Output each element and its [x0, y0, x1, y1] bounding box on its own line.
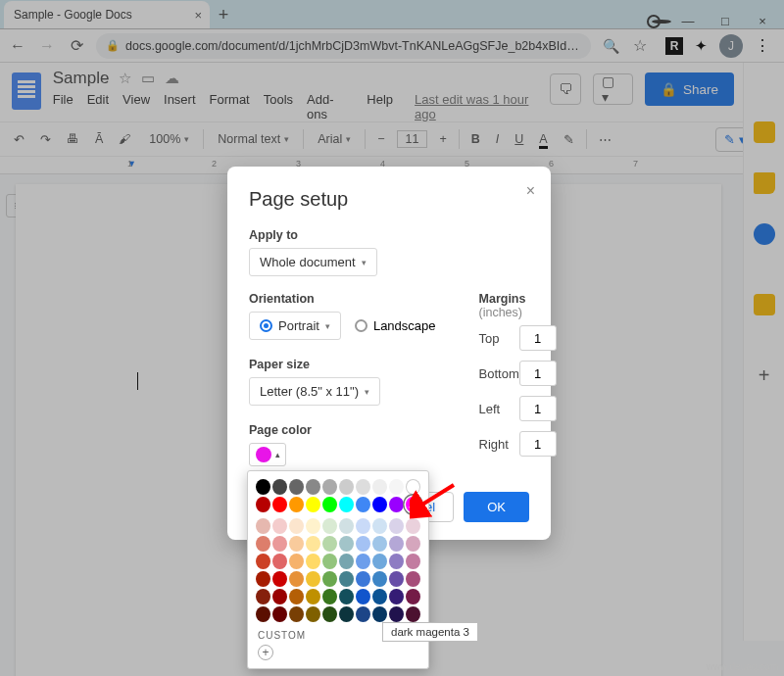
margin-bottom-input[interactable]: [519, 361, 557, 386]
color-swatch[interactable]: [389, 606, 404, 622]
color-swatch[interactable]: [406, 479, 420, 495]
color-swatch[interactable]: [272, 589, 287, 604]
color-swatch[interactable]: [389, 571, 404, 587]
picker-grid: ✓: [256, 479, 420, 622]
color-swatch[interactable]: [356, 497, 370, 512]
color-swatch[interactable]: [289, 571, 304, 587]
color-swatch[interactable]: [389, 536, 404, 552]
color-swatch[interactable]: [306, 536, 320, 552]
color-swatch[interactable]: [372, 536, 387, 552]
color-swatch[interactable]: [372, 554, 387, 569]
color-swatch[interactable]: [372, 571, 387, 587]
color-swatch[interactable]: [372, 606, 387, 622]
color-swatch[interactable]: [272, 606, 287, 622]
add-custom-color-icon[interactable]: +: [258, 645, 273, 660]
color-swatch[interactable]: [406, 589, 420, 604]
color-swatch[interactable]: [289, 479, 304, 495]
color-swatch[interactable]: [256, 606, 270, 622]
margin-left-input[interactable]: [519, 396, 557, 421]
color-swatch[interactable]: [272, 479, 287, 495]
color-swatch[interactable]: [339, 518, 354, 534]
color-swatch[interactable]: [339, 536, 354, 552]
color-swatch[interactable]: [272, 554, 287, 569]
color-swatch[interactable]: [356, 518, 370, 534]
color-swatch[interactable]: [339, 589, 354, 604]
color-swatch[interactable]: [289, 518, 304, 534]
color-swatch[interactable]: [289, 497, 304, 512]
color-swatch[interactable]: [272, 536, 287, 552]
color-swatch[interactable]: [339, 479, 354, 495]
color-swatch[interactable]: [389, 589, 404, 604]
color-swatch[interactable]: [356, 606, 370, 622]
color-swatch[interactable]: [372, 479, 387, 495]
color-swatch[interactable]: [339, 571, 354, 587]
color-swatch[interactable]: [406, 571, 420, 587]
color-swatch[interactable]: [406, 554, 420, 569]
color-swatch[interactable]: [256, 571, 270, 587]
color-swatch[interactable]: [389, 479, 404, 495]
color-swatch[interactable]: [306, 571, 320, 587]
color-swatch[interactable]: [322, 536, 337, 552]
color-swatch[interactable]: [372, 497, 387, 512]
color-swatch[interactable]: [356, 479, 370, 495]
watermark: www.deuaq.com: [707, 661, 778, 672]
color-swatch[interactable]: [256, 536, 270, 552]
color-swatch[interactable]: [356, 571, 370, 587]
portrait-radio[interactable]: Portrait: [249, 312, 341, 340]
paper-size-dropdown[interactable]: Letter (8.5" x 11"): [249, 377, 380, 406]
color-swatch[interactable]: [339, 497, 354, 512]
color-swatch[interactable]: [289, 606, 304, 622]
margin-left-label: Left: [479, 402, 501, 416]
color-swatch[interactable]: [406, 536, 420, 552]
color-swatch[interactable]: [306, 497, 320, 512]
color-swatch[interactable]: [372, 589, 387, 604]
color-swatch[interactable]: [389, 554, 404, 569]
paper-size-label: Paper size: [249, 358, 450, 371]
color-swatch[interactable]: [356, 536, 370, 552]
color-swatch[interactable]: [256, 497, 270, 512]
color-swatch[interactable]: [256, 554, 270, 569]
color-swatch[interactable]: [272, 497, 287, 512]
color-swatch[interactable]: [389, 497, 404, 512]
color-swatch[interactable]: [272, 518, 287, 534]
color-swatch[interactable]: [389, 518, 404, 534]
color-swatch[interactable]: [306, 589, 320, 604]
color-swatch[interactable]: [322, 479, 337, 495]
margin-top-label: Top: [479, 331, 500, 346]
color-swatch[interactable]: [256, 589, 270, 604]
color-swatch[interactable]: [306, 479, 320, 495]
color-swatch[interactable]: [322, 589, 337, 604]
color-swatch[interactable]: [289, 554, 304, 569]
color-swatch[interactable]: ✓: [406, 497, 420, 512]
color-swatch[interactable]: [322, 606, 337, 622]
color-swatch[interactable]: [306, 518, 320, 534]
color-swatch[interactable]: [306, 554, 320, 569]
color-swatch[interactable]: [339, 554, 354, 569]
color-swatch[interactable]: [356, 554, 370, 569]
margin-right-input[interactable]: [519, 431, 557, 457]
page-color-dropdown[interactable]: [249, 443, 286, 466]
color-swatch[interactable]: [322, 518, 337, 534]
color-swatch[interactable]: [322, 571, 337, 587]
color-swatch[interactable]: [256, 479, 270, 495]
color-swatch[interactable]: [322, 554, 337, 569]
color-swatch[interactable]: [256, 518, 270, 534]
color-swatch[interactable]: [289, 589, 304, 604]
orientation-label: Orientation: [249, 292, 450, 306]
color-swatch[interactable]: [356, 589, 370, 604]
landscape-radio[interactable]: Landscape: [355, 312, 436, 340]
margins-label: Margins (inches): [479, 292, 557, 319]
color-tooltip: dark magenta 3: [382, 622, 478, 642]
color-swatch[interactable]: [322, 497, 337, 512]
color-swatch[interactable]: [306, 606, 320, 622]
color-swatch[interactable]: [289, 536, 304, 552]
color-swatch[interactable]: [406, 518, 420, 534]
color-swatch[interactable]: [272, 571, 287, 587]
margin-top-input[interactable]: [519, 325, 557, 351]
color-swatch[interactable]: [406, 606, 420, 622]
color-swatch[interactable]: [339, 606, 354, 622]
close-dialog-icon[interactable]: ×: [526, 182, 535, 200]
apply-to-dropdown[interactable]: Whole document: [249, 248, 377, 276]
ok-button[interactable]: OK: [464, 492, 529, 522]
color-swatch[interactable]: [372, 518, 387, 534]
